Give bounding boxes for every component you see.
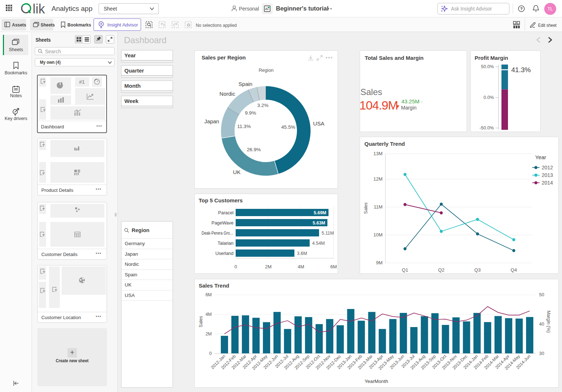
svg-text:6M: 6M: [206, 292, 212, 297]
svg-text:Q4: Q4: [511, 267, 517, 273]
svg-text:Year: Year: [535, 154, 546, 160]
svg-text:lik: lik: [33, 2, 45, 16]
svg-text:?: ?: [520, 7, 522, 11]
svg-text:Talarian: Talarian: [218, 241, 234, 246]
svg-text:2014: 2014: [542, 180, 553, 186]
svg-text:30: 30: [539, 351, 544, 356]
svg-text:4M: 4M: [206, 312, 212, 317]
svg-text:0: 0: [234, 264, 237, 269]
svg-text:Q3: Q3: [474, 267, 480, 273]
svg-text:12M: 12M: [373, 176, 383, 182]
svg-text:50: 50: [539, 292, 544, 297]
svg-text:4M: 4M: [298, 264, 304, 269]
svg-text:Margin (%): Margin (%): [546, 310, 551, 333]
svg-text:Deak-Perera Gro…: Deak-Perera Gro…: [202, 231, 234, 236]
svg-text:6M: 6M: [330, 264, 337, 269]
svg-text:2M: 2M: [206, 331, 212, 337]
svg-text:2M: 2M: [265, 264, 272, 269]
svg-text:Sales: Sales: [198, 316, 203, 327]
svg-text:0: 0: [209, 351, 212, 356]
svg-text:5.69M: 5.69M: [314, 210, 326, 215]
svg-text:Sales: Sales: [363, 202, 368, 214]
svg-text:-50.0%: -50.0%: [479, 125, 494, 131]
svg-text:Userland: Userland: [215, 251, 234, 256]
svg-text:4.54M: 4.54M: [312, 241, 325, 246]
svg-text:13M: 13M: [373, 151, 383, 156]
svg-text:2012: 2012: [542, 165, 553, 170]
svg-text:10M: 10M: [373, 232, 383, 238]
svg-text:5.63M: 5.63M: [313, 220, 325, 226]
svg-text:40: 40: [539, 322, 544, 327]
svg-text:Q1: Q1: [402, 267, 408, 273]
svg-text:3.6M: 3.6M: [297, 251, 307, 256]
svg-text:0.0%: 0.0%: [484, 95, 494, 100]
svg-text:50.0%: 50.0%: [481, 64, 494, 69]
svg-text:Q2: Q2: [438, 267, 444, 273]
svg-text:9M: 9M: [376, 260, 383, 265]
svg-text:41.3%: 41.3%: [511, 66, 531, 74]
svg-text:PageWave: PageWave: [211, 220, 234, 226]
svg-text:2013: 2013: [542, 172, 553, 178]
svg-text:5.11M: 5.11M: [322, 231, 334, 236]
svg-text:Paracel: Paracel: [218, 210, 234, 215]
svg-text:11M: 11M: [374, 204, 383, 210]
svg-text:YearMonth: YearMonth: [365, 379, 388, 384]
